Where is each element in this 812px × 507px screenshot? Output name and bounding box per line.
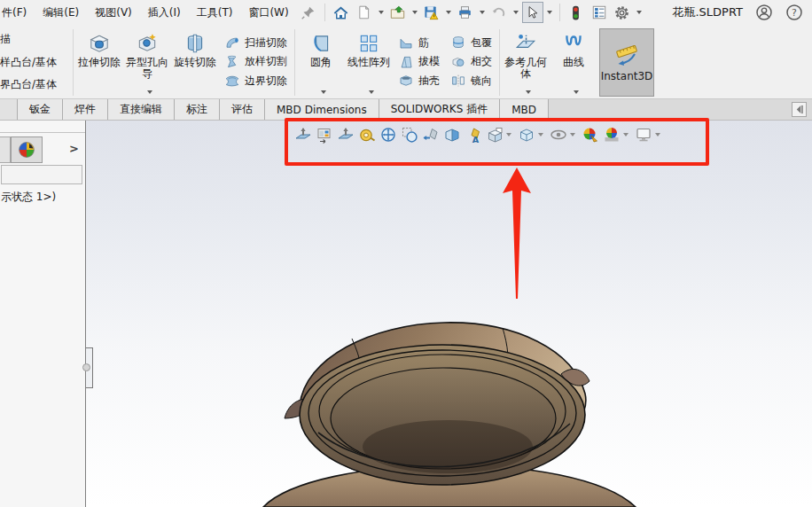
new-document-icon[interactable] [354,2,375,23]
help-icon[interactable]: ? [785,4,803,21]
revolved-cut-button[interactable]: 旋转切除 [171,27,219,98]
toolbar-separator [324,4,325,21]
linear-pattern-dropdown[interactable] [369,90,374,94]
display-style-dropdown[interactable] [538,133,543,136]
view-orientation-icon[interactable] [484,125,504,145]
open-dropdown[interactable] [412,11,418,14]
print-dropdown[interactable] [480,11,485,14]
tab-sheet-metal[interactable]: 钣金 [18,99,63,120]
curves-dropdown[interactable] [574,90,579,94]
display-manager-color-wheel-icon [18,141,35,159]
draft-icon [398,54,414,70]
reference-geometry-dropdown[interactable] [526,90,531,94]
save-dropdown[interactable] [446,11,451,14]
solidworks-window: { "window": { "title": "花瓶.SLDPRT" }, "m… [0,0,812,507]
select-arrow-dropdown[interactable] [547,11,552,14]
tab-markup[interactable]: 标注 [175,99,220,120]
rib-button[interactable]: 筋 [398,35,440,51]
menu-file[interactable]: 件(F) [0,0,35,25]
previous-view-icon[interactable] [420,125,441,145]
draft-button[interactable]: 拔模 [398,54,440,70]
select-arrow-icon[interactable] [522,2,543,23]
instant3d-button[interactable]: Instant3D [599,28,654,97]
user-account-icon[interactable] [755,4,773,21]
display-style-icon[interactable] [516,125,536,145]
print-icon[interactable] [455,2,476,23]
button-label: 旋转切除 [174,57,216,68]
hole-wizard-button[interactable]: 异型孔向导 [123,27,171,98]
measure-icon[interactable] [356,125,377,145]
tab-mbd-dimensions[interactable]: MBD Dimensions [265,99,379,120]
clipped-label[interactable]: 界凸台/基体 [0,78,71,90]
hide-show-items-dropdown[interactable] [570,133,575,136]
curves-button[interactable]: 曲线 [550,27,597,98]
swept-cut-icon [224,35,240,51]
menu-edit[interactable]: 编辑(E) [35,0,87,25]
menu-tools[interactable]: 工具(T) [189,0,241,25]
button-label: 筋 [418,35,429,51]
clipped-label[interactable]: 样凸台/基体 [0,56,71,68]
panel-expand-arrow[interactable]: > [69,142,79,155]
tab-mbd[interactable]: MBD [500,99,549,120]
fillet-button[interactable]: 圆角 [297,27,345,98]
shell-icon [398,73,414,89]
options-gear-icon[interactable] [612,2,633,23]
zoom-to-fit-icon[interactable] [378,125,398,145]
vase-3d-model [86,121,812,507]
capture-3d-view-icon[interactable] [314,125,334,145]
save-icon[interactable] [421,2,442,23]
hide-show-items-icon[interactable] [548,125,568,145]
menu-view[interactable]: 视图(V) [87,0,140,25]
new-document-dropdown[interactable] [379,11,384,14]
lofted-cut-button[interactable]: 放样切割 [224,54,287,70]
normal-to-icon[interactable] [335,125,355,145]
shell-button[interactable]: 抽壳 [398,73,440,89]
wrap-button[interactable]: 包覆 [450,35,492,51]
task-properties-icon[interactable] [589,2,610,23]
view-settings-icon[interactable] [633,125,653,145]
3d-view-icon[interactable] [293,125,313,145]
open-icon[interactable] [387,2,409,23]
view-settings-dropdown[interactable] [655,133,660,136]
edit-appearance-icon[interactable] [580,125,600,145]
intersect-button[interactable]: 相交 [450,54,492,70]
view-orientation-dropdown[interactable] [506,133,511,136]
svg-text:?: ? [792,7,797,19]
panel-tab-partial[interactable] [0,136,11,163]
apply-scene-icon[interactable] [601,125,621,145]
tab-weldments[interactable]: 焊件 [63,99,108,120]
tab-partial-features[interactable] [0,99,18,120]
tab-solidworks-addins[interactable]: SOLIDWORKS 插件 [379,99,500,120]
home-icon[interactable] [331,2,352,23]
menu-window[interactable]: 窗口(W) [240,0,296,25]
section-view-icon[interactable] [441,125,462,145]
panel-collapse-dot[interactable] [82,363,90,371]
undo-icon[interactable] [488,2,510,23]
boundary-cut-button[interactable]: 边界切除 [224,73,287,89]
menu-insert[interactable]: 插入(I) [140,0,189,25]
swept-cut-button[interactable]: 扫描切除 [224,35,287,51]
undo-dropdown[interactable] [513,11,519,14]
collapse-ribbon-icon[interactable] [792,102,807,117]
button-label: 拉伸切除 [78,57,121,68]
reference-geometry-button[interactable]: 参考几何体 [502,27,550,98]
pin-icon[interactable] [298,2,319,23]
feature-tree-root-clipped[interactable]: 示状态 1>) [1,190,56,205]
mirror-button[interactable]: 镜向 [450,73,492,89]
rebuild-traffic-light-icon[interactable] [566,2,587,23]
wrap-icon [450,35,466,51]
fillet-dropdown[interactable] [321,90,326,94]
toolbar-separator [559,4,560,21]
options-dropdown[interactable] [636,11,642,14]
panel-tab-displaymanager[interactable] [11,136,43,163]
tab-direct-editing[interactable]: 直接编辑 [108,99,175,120]
apply-scene-dropdown[interactable] [623,133,629,136]
zoom-to-area-icon[interactable] [399,125,419,145]
linear-pattern-button[interactable]: 线性阵列 [345,27,393,98]
clipped-label[interactable]: 描 [0,33,71,45]
tab-evaluate[interactable]: 评估 [220,99,265,120]
hole-wizard-dropdown[interactable] [147,90,152,94]
feature-filter-input[interactable] [1,165,82,184]
dynamic-annotation-views-icon[interactable]: A [463,125,483,145]
extruded-cut-button[interactable]: 拉伸切除 [75,27,123,98]
